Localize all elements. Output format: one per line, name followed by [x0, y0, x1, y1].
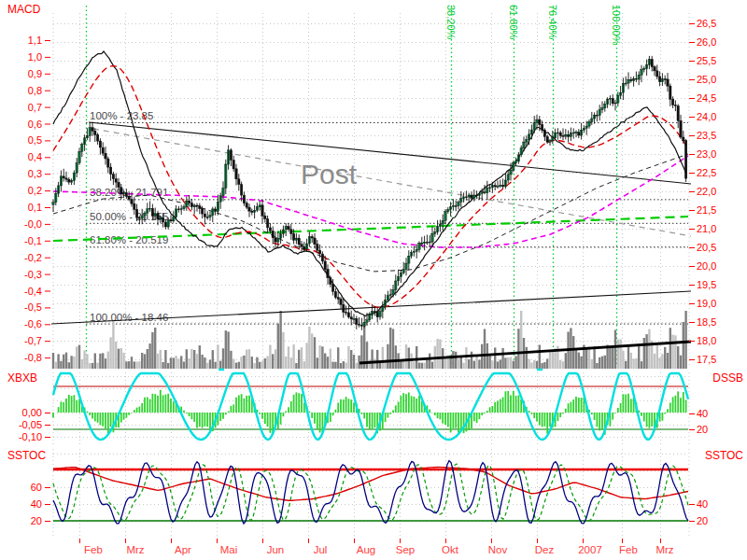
svg-text:-0,0: -0,0 — [24, 218, 42, 230]
svg-text:20: 20 — [697, 424, 708, 435]
svg-text:-0,2: -0,2 — [24, 252, 42, 263]
bottom-panel-left-title: SSTOC — [7, 449, 46, 462]
svg-text:18,0: 18,0 — [697, 335, 716, 346]
svg-text:20: 20 — [697, 515, 708, 526]
svg-text:0,6: 0,6 — [28, 119, 42, 130]
main-panel-title: MACD — [7, 3, 41, 16]
svg-text:Mai: Mai — [220, 544, 238, 555]
svg-text:38.20%: 38.20% — [445, 5, 457, 40]
svg-text:Mrz: Mrz — [655, 544, 673, 555]
svg-text:20,0: 20,0 — [697, 260, 716, 272]
svg-text:26,0: 26,0 — [697, 36, 716, 48]
svg-text:Nov: Nov — [488, 544, 508, 555]
svg-text:Aug: Aug — [357, 544, 375, 555]
svg-text:-0,1: -0,1 — [24, 235, 42, 246]
svg-text:21,5: 21,5 — [697, 204, 716, 216]
middle-panel-right-title: DSSB — [712, 371, 743, 385]
svg-text:24,5: 24,5 — [697, 92, 716, 104]
svg-text:Feb: Feb — [84, 544, 103, 555]
svg-text:61.80% - 20.519: 61.80% - 20.519 — [90, 234, 168, 245]
svg-text:22,0: 22,0 — [697, 186, 716, 197]
svg-text:24,0: 24,0 — [697, 111, 716, 122]
chart-canvas[interactable]: 38.20%61.80%76.40%100.00%100% - 23.8538.… — [0, 0, 747, 560]
svg-text:0,4: 0,4 — [28, 151, 42, 162]
svg-text:0,00: 0,00 — [22, 407, 42, 418]
svg-text:21,0: 21,0 — [697, 223, 716, 234]
svg-text:0,1: 0,1 — [28, 202, 42, 213]
month-axis: FebMrzAprMaiJunJulAugSepOktNovDez2007Feb… — [80, 539, 674, 555]
svg-text:Apr: Apr — [175, 544, 191, 555]
svg-text:Jun: Jun — [267, 544, 285, 555]
svg-text:0,3: 0,3 — [28, 168, 42, 179]
svg-text:Okt: Okt — [442, 544, 459, 555]
svg-text:20,5: 20,5 — [697, 242, 716, 253]
svg-text:100.00%: 100.00% — [611, 5, 622, 46]
middle-oscillator-panel — [53, 373, 688, 440]
generated-chart-layers: 38.20%61.80%76.40%100.00%100% - 23.8538.… — [19, 5, 717, 555]
svg-text:-0,3: -0,3 — [24, 269, 42, 280]
svg-text:23,0: 23,0 — [697, 148, 716, 160]
grid — [53, 13, 689, 537]
macd-lines — [53, 51, 686, 316]
svg-text:-0,7: -0,7 — [24, 335, 42, 346]
svg-text:76.40%: 76.40% — [547, 5, 558, 40]
svg-text:1,1: 1,1 — [28, 35, 42, 46]
watermark-text: Post — [301, 159, 358, 189]
svg-text:0,5: 0,5 — [28, 134, 42, 146]
svg-text:0,8: 0,8 — [28, 85, 42, 96]
bottom-panel-right-title: SSTOC — [705, 449, 743, 462]
svg-text:25,0: 25,0 — [697, 74, 716, 85]
stochastic-panel — [53, 461, 688, 525]
svg-text:-0,10: -0,10 — [19, 431, 42, 442]
svg-text:40: 40 — [31, 498, 42, 510]
svg-text:-0,8: -0,8 — [24, 352, 42, 363]
svg-text:18,5: 18,5 — [697, 316, 716, 328]
svg-text:23,5: 23,5 — [697, 130, 716, 141]
svg-text:0,2: 0,2 — [28, 185, 42, 196]
svg-text:0,9: 0,9 — [28, 68, 42, 79]
svg-text:-0,5: -0,5 — [24, 301, 42, 313]
svg-text:0,7: 0,7 — [28, 102, 42, 113]
svg-text:Dez: Dez — [535, 544, 555, 555]
axis-labels: 1,11,00,90,80,70,60,50,40,30,20,1-0,0-0,… — [19, 18, 717, 526]
svg-text:25,5: 25,5 — [697, 55, 716, 66]
svg-text:61.80%: 61.80% — [508, 5, 519, 40]
svg-text:22,5: 22,5 — [697, 167, 716, 178]
svg-text:-0,6: -0,6 — [24, 318, 42, 329]
svg-text:20: 20 — [31, 515, 42, 526]
svg-text:2007: 2007 — [578, 544, 602, 555]
svg-text:1,0: 1,0 — [28, 51, 42, 63]
charting-application-window: 38.20%61.80%76.40%100.00%100% - 23.8538.… — [0, 0, 747, 560]
svg-text:Sep: Sep — [396, 544, 415, 555]
svg-text:26,5: 26,5 — [697, 18, 716, 29]
svg-text:40: 40 — [697, 498, 708, 510]
svg-text:-0,4: -0,4 — [24, 286, 42, 297]
svg-text:19,5: 19,5 — [697, 279, 716, 290]
svg-text:40: 40 — [697, 408, 708, 419]
svg-text:17,5: 17,5 — [697, 354, 716, 365]
middle-panel-left-title: XBXB — [7, 371, 37, 385]
svg-text:Jul: Jul — [314, 544, 328, 555]
svg-text:60: 60 — [31, 482, 42, 493]
svg-text:-0,05: -0,05 — [19, 419, 42, 430]
svg-text:19,0: 19,0 — [697, 298, 716, 309]
svg-text:Feb: Feb — [619, 544, 638, 555]
svg-text:Mrz: Mrz — [126, 544, 144, 555]
